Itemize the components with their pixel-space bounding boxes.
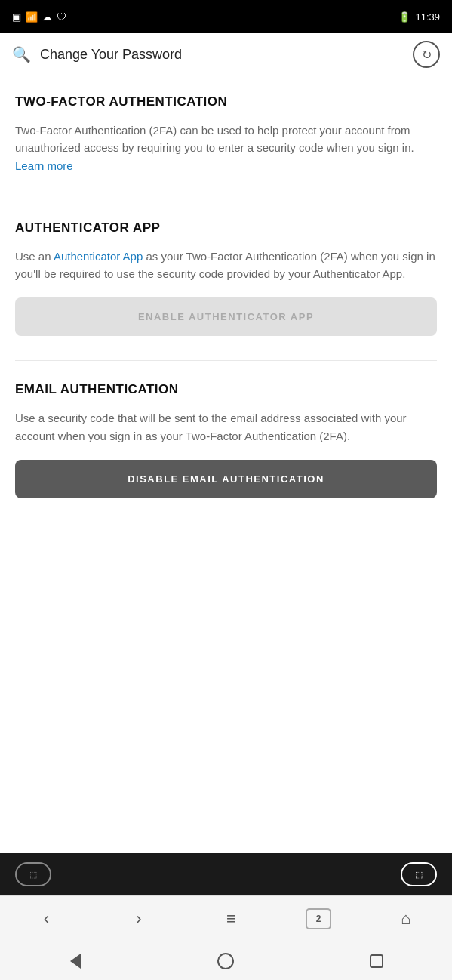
system-home-icon (217, 953, 234, 969)
disable-email-auth-button[interactable]: DISABLE EMAIL AUTHENTICATION (15, 460, 437, 498)
main-content: TWO-FACTOR AUTHENTICATION Two-Factor Aut… (0, 76, 452, 853)
home-button[interactable]: ⌂ (388, 901, 424, 937)
two-factor-auth-description: Two-Factor Authentication (2FA) can be u… (15, 122, 437, 174)
email-auth-description: Use a security code that will be sent to… (15, 409, 437, 445)
authenticator-app-description: Use an Authenticator App as your Two-Fac… (15, 248, 437, 283)
divider-2 (15, 360, 437, 361)
page-title: Change Your Password (40, 47, 404, 63)
auth-desc-part1: Use an (15, 250, 54, 263)
divider-1 (15, 199, 437, 199)
tabs-button[interactable]: 2 (306, 908, 331, 929)
forward-button[interactable]: › (121, 901, 157, 937)
back-button[interactable]: ‹ (28, 901, 64, 937)
browser-nav-bar: ‹ › ≡ 2 ⌂ (0, 895, 452, 941)
status-bar-right: 🔋 11:39 (398, 11, 440, 23)
wifi-icon: 📶 (26, 11, 38, 23)
email-auth-section: EMAIL AUTHENTICATION Use a security code… (15, 382, 437, 498)
header-bar: 🔍 Change Your Password ↻ (0, 33, 452, 76)
system-home-button[interactable] (203, 948, 248, 975)
sim-icon: ▣ (12, 11, 21, 23)
enable-authenticator-app-button[interactable]: ENABLE AUTHENTICATOR APP (15, 297, 437, 336)
authenticator-app-section: AUTHENTICATOR APP Use an Authenticator A… (15, 220, 437, 337)
time-display: 11:39 (415, 11, 440, 23)
bottom-tab-pill-right[interactable]: ⬚ (401, 862, 437, 886)
refresh-icon[interactable]: ↻ (413, 41, 440, 68)
two-factor-auth-desc-text: Two-Factor Authentication (2FA) can be u… (15, 124, 414, 154)
system-recents-icon (370, 954, 383, 968)
bottom-tab-left: ⬚ (15, 862, 51, 886)
tab-icon-right: ⬚ (415, 870, 423, 880)
signal-icon: ☁ (42, 11, 52, 23)
bottom-tab-pill-left[interactable]: ⬚ (15, 862, 51, 886)
system-nav-bar (0, 941, 452, 980)
authenticator-app-title: AUTHENTICATOR APP (15, 220, 437, 236)
status-bar-left: ▣ 📶 ☁ 🛡 (12, 11, 66, 23)
two-factor-auth-section: TWO-FACTOR AUTHENTICATION Two-Factor Aut… (15, 94, 437, 174)
email-auth-title: EMAIL AUTHENTICATION (15, 382, 437, 397)
two-factor-auth-title: TWO-FACTOR AUTHENTICATION (15, 94, 437, 109)
search-icon[interactable]: 🔍 (12, 45, 31, 63)
tab-icon-left: ⬚ (29, 870, 37, 880)
vpn-icon: 🛡 (57, 11, 66, 23)
system-back-button[interactable] (53, 948, 98, 975)
bottom-tab-bar: ⬚ ⬚ (0, 853, 452, 895)
bottom-tab-right: ⬚ (401, 862, 437, 886)
system-recents-button[interactable] (354, 948, 399, 975)
battery-icon: 🔋 (398, 11, 410, 23)
system-back-icon (70, 954, 81, 969)
status-bar: ▣ 📶 ☁ 🛡 🔋 11:39 (0, 0, 452, 33)
learn-more-link[interactable]: Learn more (15, 159, 73, 172)
authenticator-app-link[interactable]: Authenticator App (54, 250, 143, 263)
menu-button[interactable]: ≡ (213, 901, 249, 937)
